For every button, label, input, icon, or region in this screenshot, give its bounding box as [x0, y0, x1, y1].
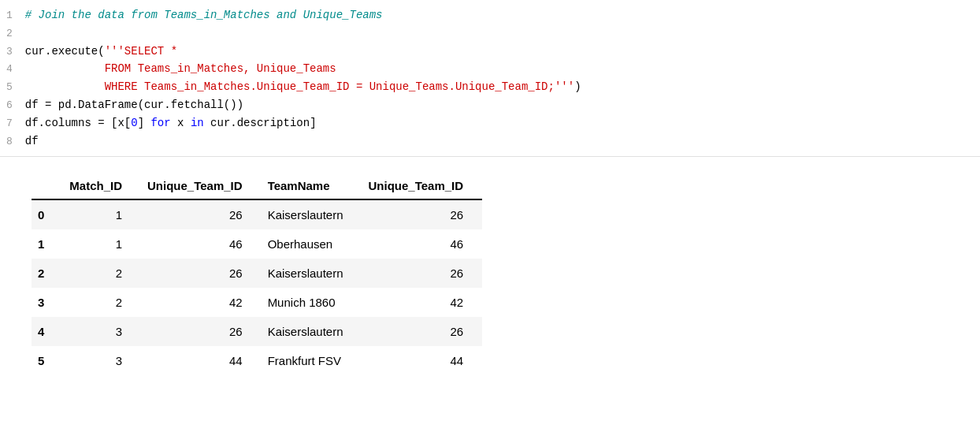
table-cell: 2	[63, 259, 141, 288]
table-body: 0126Kaiserslautern261146Oberhausen462226…	[32, 199, 482, 375]
code-line-8: 8 df	[0, 132, 980, 151]
code-block: 1 # Join the data from Teams_in_Matches …	[0, 0, 980, 157]
code-content: WHERE Teams_in_Matches.Unique_Team_ID = …	[25, 78, 980, 95]
table-cell: 26	[141, 259, 262, 288]
code-line-3: 3 cur.execute('''SELECT *	[0, 43, 980, 61]
table-cell: 44	[141, 346, 262, 375]
code-token: x	[171, 117, 191, 129]
table-cell: Frankfurt FSV	[262, 346, 362, 375]
table-cell: 26	[362, 199, 483, 229]
code-token: '''SELECT *	[105, 45, 177, 58]
code-content: FROM Teams_in_Matches, Unique_Teams	[25, 60, 980, 77]
table-cell: 3	[63, 346, 141, 375]
col-header-unique-team-id-1: Unique_Team_ID	[141, 173, 262, 199]
code-token: )	[574, 80, 581, 93]
code-line-1: 1 # Join the data from Teams_in_Matches …	[0, 6, 980, 24]
table-row: 3242Munich 186042	[32, 288, 482, 317]
code-content: # Join the data from Teams_in_Matches an…	[25, 6, 980, 24]
table-cell: Munich 1860	[262, 288, 362, 317]
data-table-section: Match_ID Unique_Team_ID TeamName Unique_…	[0, 157, 980, 391]
code-token: df = pd.DataFrame(cur.fetchall())	[25, 99, 243, 111]
table-cell: 26	[362, 317, 483, 346]
table-cell: 44	[362, 346, 483, 375]
line-number: 1	[0, 8, 25, 24]
line-number: 8	[0, 134, 25, 151]
line-number: 6	[0, 98, 25, 114]
comment: # Join the data from Teams_in_Matches an…	[25, 9, 383, 21]
code-token: cur.execute(	[25, 45, 105, 58]
table-row: 0126Kaiserslautern26	[32, 199, 482, 229]
table-cell: 26	[362, 259, 483, 288]
col-header-match-id: Match_ID	[63, 173, 141, 199]
code-content: cur.execute('''SELECT *	[25, 43, 980, 60]
code-content: df.columns = [x[0] for x in cur.descript…	[25, 114, 980, 132]
table-row: 5344Frankfurt FSV44	[32, 346, 482, 375]
col-header-index	[32, 173, 63, 199]
table-cell: 1	[32, 229, 63, 259]
table-cell: 0	[32, 199, 63, 229]
table-cell: Kaiserslautern	[262, 199, 362, 229]
table-cell: 46	[141, 229, 262, 259]
table-row: 1146Oberhausen46	[32, 229, 482, 259]
table-cell: Kaiserslautern	[262, 259, 362, 288]
table-cell: 26	[141, 317, 262, 346]
line-number: 2	[0, 26, 25, 43]
table-cell: 26	[141, 199, 262, 229]
line-number: 7	[0, 116, 25, 132]
table-cell: 4	[32, 317, 63, 346]
code-token: cur.description]	[204, 117, 317, 129]
header-row: Match_ID Unique_Team_ID TeamName Unique_…	[32, 173, 482, 199]
code-line-7: 7 df.columns = [x[0] for x in cur.descri…	[0, 114, 980, 132]
table-cell: Kaiserslautern	[262, 317, 362, 346]
table-header: Match_ID Unique_Team_ID TeamName Unique_…	[32, 173, 482, 199]
table-cell: 3	[63, 317, 141, 346]
table-cell: 3	[32, 288, 63, 317]
code-token: WHERE Teams_in_Matches.Unique_Team_ID = …	[25, 80, 574, 93]
code-token: FROM Teams_in_Matches, Unique_Teams	[25, 62, 336, 75]
code-token: 0	[131, 117, 137, 129]
table-cell: 1	[63, 199, 141, 229]
table-cell: 46	[362, 229, 483, 259]
line-number: 5	[0, 80, 25, 96]
code-content	[25, 24, 980, 42]
code-token: ]	[138, 117, 151, 129]
table-cell: 42	[141, 288, 262, 317]
table-row: 4326Kaiserslautern26	[32, 317, 482, 346]
table-cell: 1	[63, 229, 141, 259]
col-header-unique-team-id-2: Unique_Team_ID	[362, 173, 483, 199]
data-table: Match_ID Unique_Team_ID TeamName Unique_…	[32, 173, 482, 375]
line-number: 3	[0, 44, 25, 61]
code-token: df.columns = [x[	[25, 117, 131, 129]
code-token: df	[25, 135, 39, 147]
table-cell: Oberhausen	[262, 229, 362, 259]
code-content: df = pd.DataFrame(cur.fetchall())	[25, 96, 980, 114]
code-line-6: 6 df = pd.DataFrame(cur.fetchall())	[0, 96, 980, 114]
table-cell: 5	[32, 346, 63, 375]
code-line-4: 4 FROM Teams_in_Matches, Unique_Teams	[0, 60, 980, 78]
code-token: for	[150, 117, 170, 129]
code-line-5: 5 WHERE Teams_in_Matches.Unique_Team_ID …	[0, 78, 980, 96]
table-row: 2226Kaiserslautern26	[32, 259, 482, 288]
table-cell: 42	[362, 288, 483, 317]
line-number: 4	[0, 61, 25, 78]
code-content: df	[25, 132, 980, 150]
table-cell: 2	[32, 259, 63, 288]
code-line-2: 2	[0, 24, 980, 43]
code-token: in	[191, 117, 204, 129]
table-cell: 2	[63, 288, 141, 317]
col-header-team-name: TeamName	[262, 173, 362, 199]
